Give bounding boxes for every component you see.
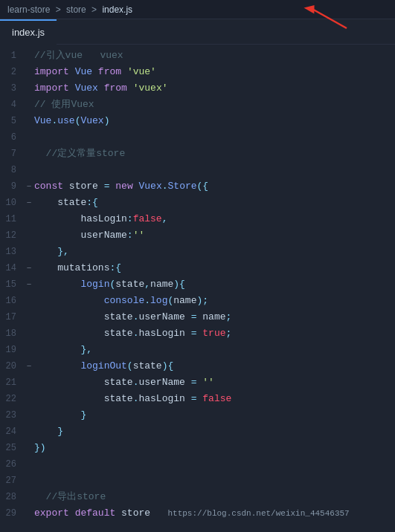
line-num-22: 22 <box>0 391 24 407</box>
code-line-3: 3 import Vuex from 'vuex' <box>0 80 395 97</box>
line-num-23: 23 <box>0 407 24 424</box>
code-line-5: 5 Vue.use(Vuex) <box>0 113 395 129</box>
code-line-10: 10 − state:{ <box>0 195 395 211</box>
line-num-3: 3 <box>0 80 24 97</box>
tab-indexjs[interactable]: index.js <box>0 19 57 45</box>
line-num-20: 20 <box>0 358 24 374</box>
line-num-4: 4 <box>0 97 24 113</box>
code-line-28: 28 //导出store <box>0 489 395 505</box>
code-line-25: 25 }) <box>0 440 395 456</box>
editor-area: 1 //引入vue vuex 2 import Vue from 'vue' 3… <box>0 45 395 525</box>
line-num-15: 15 <box>0 276 24 293</box>
breadcrumb-store[interactable]: store <box>66 4 86 15</box>
line-num-7: 7 <box>0 146 24 162</box>
code-line-18: 18 state.hasLogin = true; <box>0 325 395 342</box>
breadcrumb-learn-store[interactable]: learn-store <box>7 4 50 15</box>
breadcrumb-indexjs[interactable]: index.js <box>102 4 132 15</box>
breadcrumb: learn-store > store > index.js <box>7 4 132 15</box>
line-num-6: 6 <box>0 129 24 146</box>
code-line-1: 1 //引入vue vuex <box>0 48 395 64</box>
line-num-14: 14 <box>0 260 24 276</box>
code-line-15: 15 − login(state,name){ <box>0 276 395 293</box>
code-line-16: 16 console.log(name); <box>0 293 395 309</box>
code-line-14: 14 − mutations:{ <box>0 260 395 276</box>
code-line-23: 23 } <box>0 407 395 424</box>
line-num-2: 2 <box>0 64 24 80</box>
tab-label: index.js <box>12 27 45 38</box>
code-line-7: 7 //定义常量store <box>0 146 395 162</box>
code-line-17: 17 state.userName = name; <box>0 309 395 325</box>
red-arrow-icon <box>302 3 354 30</box>
breadcrumb-sep1: > <box>56 4 63 15</box>
line-num-13: 13 <box>0 244 24 260</box>
tab-bar: index.js <box>0 19 395 45</box>
line-num-27: 27 <box>0 473 24 489</box>
code-line-26: 26 <box>0 456 395 473</box>
code-line-8: 8 <box>0 162 395 178</box>
code-line-9: 9 − const store = new Vuex.Store({ <box>0 178 395 195</box>
code-line-22: 22 state.hasLogin = false <box>0 391 395 407</box>
code-line-21: 21 state.userName = '' <box>0 374 395 391</box>
code-line-6: 6 <box>0 129 395 146</box>
line-num-21: 21 <box>0 374 24 391</box>
code-line-20: 20 − loginOut(state){ <box>0 358 395 374</box>
code-line-29: 29 export default store https://blog.csd… <box>0 505 395 522</box>
svg-marker-1 <box>304 3 318 17</box>
line-num-26: 26 <box>0 456 24 473</box>
code-line-13: 13 }, <box>0 244 395 260</box>
line-num-18: 18 <box>0 325 24 342</box>
line-num-17: 17 <box>0 309 24 325</box>
watermark: https://blog.csdn.net/weixin_44546357 <box>167 509 349 518</box>
line-num-19: 19 <box>0 342 24 358</box>
code-line-19: 19 }, <box>0 342 395 358</box>
code-line-12: 12 userName:'' <box>0 227 395 244</box>
svg-line-0 <box>309 7 347 28</box>
line-num-11: 11 <box>0 211 24 227</box>
code-line-2: 2 import Vue from 'vue' <box>0 64 395 80</box>
line-num-24: 24 <box>0 424 24 440</box>
line-num-16: 16 <box>0 293 24 309</box>
line-num-10: 10 <box>0 195 24 211</box>
line-num-8: 8 <box>0 162 24 178</box>
code-line-11: 11 hasLogin:false, <box>0 211 395 227</box>
line-num-12: 12 <box>0 227 24 244</box>
line-num-25: 25 <box>0 440 24 456</box>
breadcrumb-sep2: > <box>91 4 99 15</box>
line-num-9: 9 <box>0 178 24 195</box>
code-line-27: 27 <box>0 473 395 489</box>
code-line-4: 4 // 使用Vuex <box>0 97 395 113</box>
line-num-28: 28 <box>0 489 24 505</box>
line-num-29: 29 <box>0 505 24 522</box>
code-line-24: 24 } <box>0 424 395 440</box>
line-num-1: 1 <box>0 48 24 64</box>
line-num-5: 5 <box>0 113 24 129</box>
